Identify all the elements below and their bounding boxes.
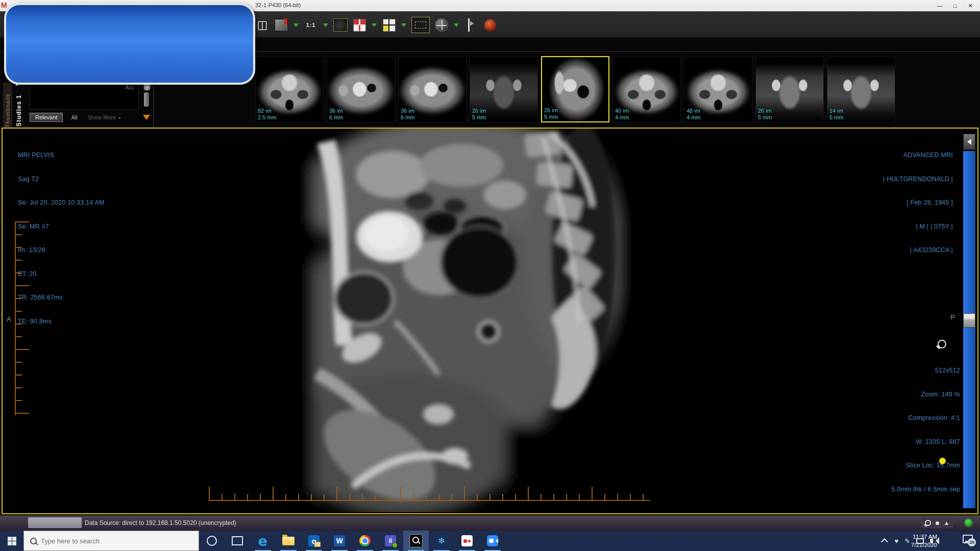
layout-grid-icon[interactable] [382, 18, 396, 32]
cortana-button[interactable] [199, 531, 225, 551]
preset-dropdown-arrow-icon[interactable] [401, 18, 407, 32]
meeting-app-button[interactable] [454, 531, 480, 551]
tr-value: TR: 2566.67ms [18, 294, 105, 302]
help-glyph [484, 19, 497, 32]
studies-column-acc: Acc. [126, 85, 135, 90]
grid-red-icon[interactable] [352, 18, 366, 32]
heart-tray-icon[interactable]: ♥ [894, 537, 898, 545]
patient-sex-age: | M | | 075Y | [883, 223, 953, 231]
minimize-button[interactable]: — [932, 0, 947, 11]
te-value: TE: 90.8ms [18, 318, 105, 326]
patient-dob: [ Feb 28, 1945 ] [883, 199, 953, 207]
sidebar-tab-thumbnails[interactable]: Thumbnails [3, 83, 12, 129]
series-datetime: Se: Jul 20, 2020 10:33:14 AM [18, 199, 105, 207]
thumbnail-5-label: 26 im5 mm [544, 107, 558, 120]
mri-sagittal-image[interactable] [285, 129, 675, 512]
start-button[interactable] [0, 531, 23, 551]
filter-relevant-button[interactable]: Relevant [30, 113, 63, 122]
split-view-icon[interactable]: ◫ [255, 18, 270, 32]
search-icon [30, 538, 37, 544]
outlook-button[interactable]: o [301, 531, 327, 551]
thumbnail-4-label: 26 im5 mm [472, 108, 486, 121]
export-image-icon[interactable] [274, 18, 288, 32]
orientation-marker-anterior: A [7, 315, 11, 323]
active-viewport[interactable]: MRI PELVIS Sag T2 Se: Jul 20, 2020 10:33… [2, 128, 978, 514]
status-dot-icon [939, 458, 946, 464]
word-button[interactable]: W [327, 531, 352, 551]
left-triangle-icon [964, 139, 971, 145]
taskbar-clock[interactable]: 11:37 AM 7/21/2020 [911, 533, 937, 549]
close-button[interactable]: ✕ [963, 0, 978, 11]
word-icon: W [334, 535, 345, 546]
maximize-button[interactable]: □ [947, 0, 963, 11]
search-input[interactable] [40, 537, 180, 545]
series-scrollbar-thumb[interactable] [963, 313, 975, 328]
file-explorer-button[interactable] [276, 531, 301, 551]
pacs-viewer-icon [409, 534, 423, 547]
preset-dropdown-arrow-icon[interactable] [371, 18, 377, 32]
windows-logo-icon [8, 537, 16, 545]
teams-icon: ii [385, 535, 396, 546]
sphere-3d-icon[interactable] [434, 18, 449, 32]
slice-location: Slice Loc: 15.7mm [891, 462, 960, 470]
video-call-button[interactable] [480, 531, 505, 551]
status-bar: Data Source: direct to 192.168.1.50.5020… [0, 515, 980, 531]
preset-dropdown-arrow-icon[interactable] [453, 18, 459, 32]
remote-viewer-button[interactable]: ✻ [429, 531, 454, 551]
action-center-button[interactable]: 20 [963, 535, 973, 543]
window-level-icon[interactable] [464, 18, 478, 32]
up-arrow-icon[interactable]: ▲ [944, 520, 949, 526]
one-to-one-icon[interactable]: 1:1 [304, 18, 318, 32]
magnifier-cursor-icon [938, 340, 946, 348]
series-scrollbar-track[interactable] [963, 151, 975, 508]
magnifier-icon[interactable] [925, 520, 931, 526]
taskbar-search[interactable] [23, 531, 199, 551]
window-level-glyph [468, 18, 475, 32]
thumbnail-1[interactable]: 82 im2.5 mm [255, 56, 324, 122]
vertical-ruler [15, 221, 30, 415]
image-window-icon[interactable] [333, 18, 348, 32]
chrome-button[interactable] [352, 531, 378, 551]
sidebar-tab-studies[interactable]: Studies 1 [15, 89, 22, 127]
studies-list[interactable]: Acc. [30, 83, 139, 110]
thumbnail-5-selected[interactable]: 26 im5 mm [541, 56, 609, 122]
pen-tray-icon[interactable]: ✎ [904, 537, 910, 545]
thumbnail-7[interactable]: 48 im4 mm [684, 56, 752, 122]
series-scroll-arrow-button[interactable] [963, 134, 975, 150]
preset-dropdown-arrow-icon[interactable] [323, 18, 329, 32]
teams-button[interactable]: ii [378, 531, 403, 551]
dot-icon[interactable] [936, 521, 939, 525]
thumbnail-9[interactable]: 14 im5 mm [827, 56, 895, 122]
outlook-icon: o [308, 535, 320, 546]
thumbnail-2[interactable]: 36 im6 mm [327, 56, 395, 122]
overlay-patient-info: ADVANCED MRI | HULTGRENDONALD | [ Feb 28… [883, 136, 953, 270]
thumbnail-6[interactable]: 40 im4 mm [612, 56, 681, 122]
institution-name: ADVANCED MRI [883, 152, 953, 160]
toolbar-icon-row: ◫ 1:1 [255, 17, 497, 33]
app-icon: M [1, 1, 7, 9]
windows-taskbar: e o W ii ✻ ♥ ✎ 11:37 AM 7/21/2020 20 [0, 531, 980, 551]
task-view-button[interactable] [225, 531, 250, 551]
stack-mode-icon-selected[interactable] [411, 17, 430, 33]
edge-button[interactable]: e [250, 531, 276, 551]
taskbar-apps: e o W ii ✻ [199, 531, 505, 551]
sphere-3d-glyph [435, 18, 448, 32]
thumbnail-3[interactable]: 36 im6 mm [398, 56, 467, 122]
filter-all-button[interactable]: All [66, 113, 82, 121]
pacs-viewer-button-active[interactable] [403, 531, 429, 551]
thumbnail-7-label: 48 im4 mm [687, 108, 701, 121]
help-icon[interactable] [483, 18, 497, 32]
preset-dropdown-arrow-icon[interactable] [293, 18, 299, 32]
layout-grid-glyph [383, 19, 396, 32]
echo-train: ET: 20 [18, 270, 105, 279]
studies-scrollbar [143, 83, 151, 123]
thumbnail-8[interactable]: 26 im5 mm [755, 56, 824, 122]
filter-show-more-button[interactable]: Show More ▼ [86, 113, 124, 121]
scroll-down-arrow-icon[interactable] [143, 115, 150, 123]
studies-filter-row: Relevant All Show More ▼ [30, 111, 139, 123]
studies-scroll-thumb[interactable] [144, 92, 149, 107]
hidden-icons-chevron[interactable] [881, 538, 888, 545]
overlay-series-info: MRI PELVIS Sag T2 Se: Jul 20, 2020 10:33… [18, 136, 105, 341]
study-description: MRI PELVIS [18, 152, 105, 160]
thumbnail-4[interactable]: 26 im5 mm [470, 56, 538, 122]
